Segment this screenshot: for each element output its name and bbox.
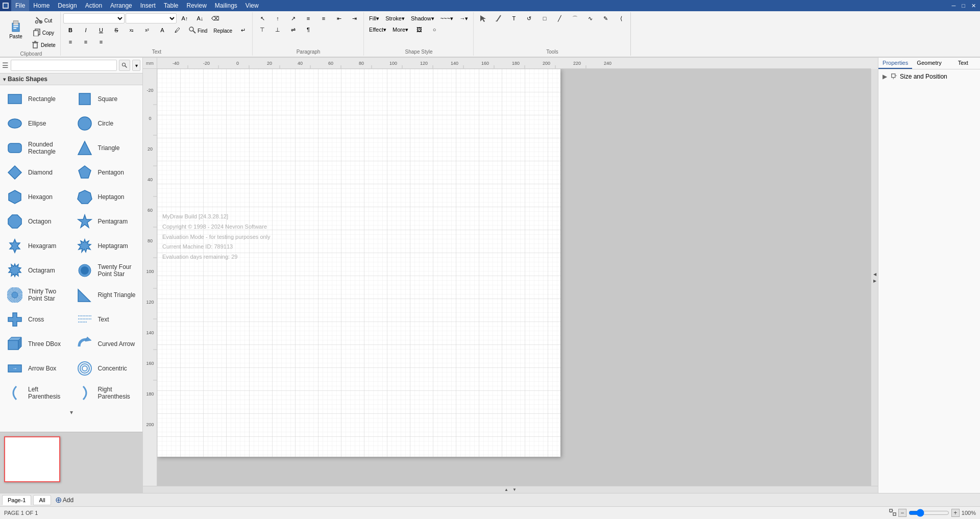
- shape-thirty-two-point-star[interactable]: Thirty Two Point Star: [2, 283, 71, 307]
- shape-diamond[interactable]: Diamond: [2, 161, 71, 184]
- shape-pentagram[interactable]: Pentagram: [72, 210, 141, 233]
- shape-concentric[interactable]: Concentric: [72, 357, 141, 380]
- shape-right-parenthesis[interactable]: Right Parenthesis: [72, 381, 141, 405]
- search-input[interactable]: [11, 60, 117, 71]
- fill-color-button[interactable]: Fill▾: [366, 13, 382, 23]
- shape-pentagon[interactable]: Pentagon: [72, 161, 141, 184]
- shape-cross[interactable]: Cross: [2, 308, 71, 331]
- copy-button[interactable]: Copy: [29, 27, 58, 38]
- text-tool-button[interactable]: T: [507, 13, 521, 23]
- shape-square[interactable]: Square: [72, 87, 141, 111]
- opacity-button[interactable]: ○: [427, 24, 442, 35]
- menu-design[interactable]: Design: [54, 0, 81, 11]
- font-size-select[interactable]: [126, 13, 177, 23]
- search-expand-button[interactable]: ▾: [132, 60, 140, 71]
- menu-file[interactable]: File: [11, 0, 29, 11]
- cut-button[interactable]: Cut: [29, 14, 58, 26]
- shape-circle[interactable]: Circle: [72, 112, 141, 135]
- draw-freehand[interactable]: ✎: [599, 13, 613, 23]
- shape-text[interactable]: Text: [72, 308, 141, 331]
- effect-button[interactable]: Effect▾: [366, 24, 389, 35]
- scroll-down-indicator[interactable]: ▾: [0, 407, 142, 418]
- shape-hexagon[interactable]: Hexagon: [2, 185, 71, 209]
- draw-shapes[interactable]: □: [537, 13, 552, 23]
- shape-twenty-four-point-star[interactable]: Twenty Four Point Star: [72, 259, 141, 282]
- shape-curved-arrow[interactable]: Curved Arrow: [72, 332, 141, 356]
- menu-view[interactable]: View: [241, 0, 263, 11]
- scroll-down-btn[interactable]: ▼: [510, 487, 519, 492]
- align-top-right-button[interactable]: ↗: [286, 13, 300, 23]
- align-center-button[interactable]: ≡: [79, 37, 93, 47]
- zoom-out-button[interactable]: −: [898, 509, 906, 517]
- underline-button[interactable]: U: [94, 25, 108, 35]
- canvas-scroll[interactable]: MyDraw Build [24.3.28.12] Copyright © 19…: [157, 69, 871, 486]
- menu-action[interactable]: Action: [81, 0, 106, 11]
- menu-insert[interactable]: Insert: [136, 0, 160, 11]
- page-tab-all[interactable]: All: [33, 495, 51, 505]
- size-and-position-item[interactable]: ▶ Size and Position: [880, 71, 978, 82]
- shape-three-dbox[interactable]: Three DBox: [2, 332, 71, 356]
- list-bullet-button[interactable]: ≡: [301, 13, 315, 23]
- align-left-button[interactable]: ≡: [63, 37, 78, 47]
- page-thumbnail[interactable]: [4, 436, 60, 482]
- end-caps-button[interactable]: →▾: [457, 13, 471, 23]
- valign-top-button[interactable]: ⊤: [255, 24, 270, 35]
- pencil-tool-button[interactable]: [492, 13, 506, 23]
- add-page-label[interactable]: Add: [63, 497, 74, 504]
- close-btn[interactable]: ✕: [969, 2, 978, 10]
- image-button[interactable]: 🖼: [412, 24, 426, 35]
- menu-mailings[interactable]: Mailings: [211, 0, 241, 11]
- shape-triangle[interactable]: Triangle: [72, 136, 141, 160]
- delete-button[interactable]: Delete: [29, 39, 58, 50]
- shape-right-triangle[interactable]: Right Triangle: [72, 283, 141, 307]
- subscript-button[interactable]: x₂: [125, 25, 139, 35]
- select-tool-button[interactable]: [476, 13, 491, 23]
- shadow-button[interactable]: Shadow▾: [408, 13, 437, 23]
- shape-rounded-rectangle[interactable]: Rounded Rectangle: [2, 136, 71, 160]
- draw-connector[interactable]: ⟨: [614, 13, 628, 23]
- superscript-button[interactable]: x²: [140, 25, 154, 35]
- align-top-center-button[interactable]: ↑: [271, 13, 285, 23]
- indent-decrease-button[interactable]: ⇤: [332, 13, 346, 23]
- find-button[interactable]: Find: [186, 24, 210, 36]
- replace-button[interactable]: Replace: [211, 25, 235, 35]
- menu-arrange[interactable]: Arrange: [106, 0, 136, 11]
- shape-heptagram[interactable]: Heptagram: [72, 234, 141, 258]
- more-shape-style-button[interactable]: More▾: [390, 24, 411, 35]
- valign-mid-button[interactable]: ⊥: [271, 24, 285, 35]
- scroll-up-btn[interactable]: ▲: [502, 487, 510, 492]
- shape-octagon[interactable]: Octagon: [2, 210, 71, 233]
- paste-button[interactable]: Paste: [4, 13, 28, 44]
- menu-review[interactable]: Review: [182, 0, 210, 11]
- shapes-scroll-area[interactable]: Basic Shapes Rectangle Square: [0, 73, 142, 432]
- stroke-color-button[interactable]: Stroke▾: [383, 13, 407, 23]
- menu-home[interactable]: Home: [29, 0, 54, 11]
- scroll-right-btn2[interactable]: ▶: [872, 278, 877, 284]
- stroke-style-button[interactable]: ~~~▾: [438, 13, 456, 23]
- add-page-button[interactable]: ⊕: [55, 496, 62, 504]
- font-grow-button[interactable]: A↑: [178, 13, 192, 23]
- shape-octagram[interactable]: Octagram: [2, 259, 71, 282]
- panel-toggle-icon[interactable]: ☰: [2, 61, 9, 69]
- maximize-btn[interactable]: □: [960, 2, 967, 10]
- paragraph-more-button[interactable]: ¶: [301, 24, 315, 35]
- shape-ellipse[interactable]: Ellipse: [2, 112, 71, 135]
- align-right-button[interactable]: ≡: [94, 37, 108, 47]
- list-num-button[interactable]: ≡: [316, 13, 331, 23]
- indent-increase-button[interactable]: ⇥: [347, 13, 361, 23]
- shape-rectangle[interactable]: Rectangle: [2, 87, 71, 111]
- search-button[interactable]: [119, 60, 130, 71]
- strikethrough-button[interactable]: S: [109, 25, 124, 35]
- font-family-select[interactable]: [63, 13, 125, 23]
- tab-properties[interactable]: Properties: [878, 58, 912, 69]
- fit-page-button[interactable]: [889, 509, 896, 517]
- minimize-btn[interactable]: ─: [950, 2, 958, 10]
- zoom-slider[interactable]: [909, 509, 949, 517]
- shape-heptagon[interactable]: Heptagon: [72, 185, 141, 209]
- draw-bezier[interactable]: ∿: [583, 13, 598, 23]
- italic-button[interactable]: I: [79, 25, 93, 35]
- tab-geometry[interactable]: Geometry: [912, 58, 946, 69]
- font-shrink-button[interactable]: A↓: [193, 13, 207, 23]
- menu-table[interactable]: Table: [160, 0, 183, 11]
- draw-arc[interactable]: ⌒: [568, 13, 582, 23]
